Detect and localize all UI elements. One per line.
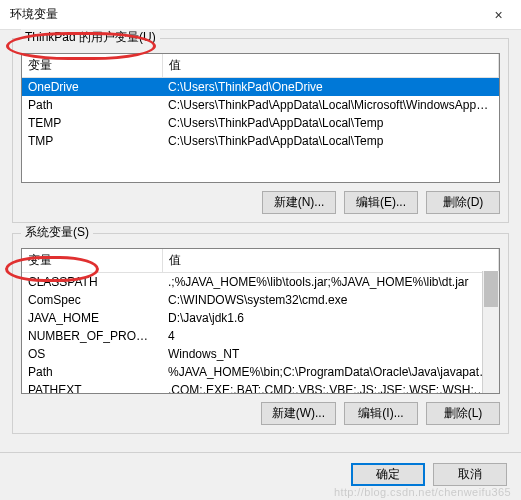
system-scrollbar-thumb[interactable]: [484, 271, 498, 307]
user-variables-table-wrap[interactable]: 变量 值 OneDriveC:\Users\ThinkPad\OneDriveP…: [21, 53, 500, 183]
table-row[interactable]: NUMBER_OF_PROCESSORS4: [22, 327, 499, 345]
cell-val: C:\Users\ThinkPad\AppData\Local\Microsof…: [162, 96, 499, 114]
cell-var: PATHEXT: [22, 381, 162, 394]
cell-val: Windows_NT: [162, 345, 499, 363]
user-edit-button[interactable]: 编辑(E)...: [344, 191, 418, 214]
system-variables-table: 变量 值 CLASSPATH.;%JAVA_HOME%\lib\tools.ja…: [22, 249, 499, 394]
titlebar: 环境变量 ×: [0, 0, 521, 30]
close-button[interactable]: ×: [476, 0, 521, 30]
user-delete-button[interactable]: 删除(D): [426, 191, 500, 214]
sys-header-var[interactable]: 变量: [22, 249, 162, 273]
cell-var: CLASSPATH: [22, 273, 162, 292]
system-button-row: 新建(W)... 编辑(I)... 删除(L): [21, 402, 500, 425]
user-group-label: ThinkPad 的用户变量(U): [21, 29, 160, 46]
dialog-content: ThinkPad 的用户变量(U) 变量 值 OneDriveC:\Users\…: [0, 30, 521, 452]
dialog-footer: 确定 取消: [0, 452, 521, 500]
cell-val: %JAVA_HOME%\bin;C:\ProgramData\Oracle\Ja…: [162, 363, 499, 381]
cell-val: D:\Java\jdk1.6: [162, 309, 499, 327]
system-edit-button[interactable]: 编辑(I)...: [344, 402, 418, 425]
cell-val: C:\Users\ThinkPad\OneDrive: [162, 78, 499, 97]
table-row[interactable]: TMPC:\Users\ThinkPad\AppData\Local\Temp: [22, 132, 499, 150]
cell-var: TEMP: [22, 114, 162, 132]
user-header-val[interactable]: 值: [162, 54, 499, 78]
table-row[interactable]: JAVA_HOMED:\Java\jdk1.6: [22, 309, 499, 327]
cell-val: .;%JAVA_HOME%\lib\tools.jar;%JAVA_HOME%\…: [162, 273, 499, 292]
cell-var: ComSpec: [22, 291, 162, 309]
sys-header-val[interactable]: 值: [162, 249, 499, 273]
table-row[interactable]: PathC:\Users\ThinkPad\AppData\Local\Micr…: [22, 96, 499, 114]
cell-var: Path: [22, 363, 162, 381]
user-button-row: 新建(N)... 编辑(E)... 删除(D): [21, 191, 500, 214]
table-row[interactable]: CLASSPATH.;%JAVA_HOME%\lib\tools.jar;%JA…: [22, 273, 499, 292]
cell-val: C:\Users\ThinkPad\AppData\Local\Temp: [162, 132, 499, 150]
cancel-button[interactable]: 取消: [433, 463, 507, 486]
user-new-button[interactable]: 新建(N)...: [262, 191, 336, 214]
cell-var: NUMBER_OF_PROCESSORS: [22, 327, 162, 345]
user-variables-group: ThinkPad 的用户变量(U) 变量 值 OneDriveC:\Users\…: [12, 38, 509, 223]
cell-var: TMP: [22, 132, 162, 150]
cell-val: 4: [162, 327, 499, 345]
cell-var: Path: [22, 96, 162, 114]
window-title: 环境变量: [10, 6, 58, 23]
system-scrollbar[interactable]: [482, 271, 499, 393]
table-row[interactable]: ComSpecC:\WINDOWS\system32\cmd.exe: [22, 291, 499, 309]
system-variables-group: 系统变量(S) 变量 值 CLASSPATH.;%JAVA_HOME%\lib\…: [12, 233, 509, 434]
system-group-label: 系统变量(S): [21, 224, 93, 241]
table-row[interactable]: OneDriveC:\Users\ThinkPad\OneDrive: [22, 78, 499, 97]
cell-val: C:\WINDOWS\system32\cmd.exe: [162, 291, 499, 309]
cell-var: OneDrive: [22, 78, 162, 97]
system-variables-table-wrap[interactable]: 变量 值 CLASSPATH.;%JAVA_HOME%\lib\tools.ja…: [21, 248, 500, 394]
cell-val: C:\Users\ThinkPad\AppData\Local\Temp: [162, 114, 499, 132]
cell-var: OS: [22, 345, 162, 363]
table-row[interactable]: OSWindows_NT: [22, 345, 499, 363]
cell-val: .COM;.EXE;.BAT;.CMD;.VBS;.VBE;.JS;.JSE;.…: [162, 381, 499, 394]
user-variables-table: 变量 值 OneDriveC:\Users\ThinkPad\OneDriveP…: [22, 54, 499, 150]
table-row[interactable]: Path%JAVA_HOME%\bin;C:\ProgramData\Oracl…: [22, 363, 499, 381]
table-row[interactable]: TEMPC:\Users\ThinkPad\AppData\Local\Temp: [22, 114, 499, 132]
system-new-button[interactable]: 新建(W)...: [261, 402, 336, 425]
close-icon: ×: [494, 7, 502, 23]
system-delete-button[interactable]: 删除(L): [426, 402, 500, 425]
cell-var: JAVA_HOME: [22, 309, 162, 327]
table-row[interactable]: PATHEXT.COM;.EXE;.BAT;.CMD;.VBS;.VBE;.JS…: [22, 381, 499, 394]
user-header-var[interactable]: 变量: [22, 54, 162, 78]
ok-button[interactable]: 确定: [351, 463, 425, 486]
